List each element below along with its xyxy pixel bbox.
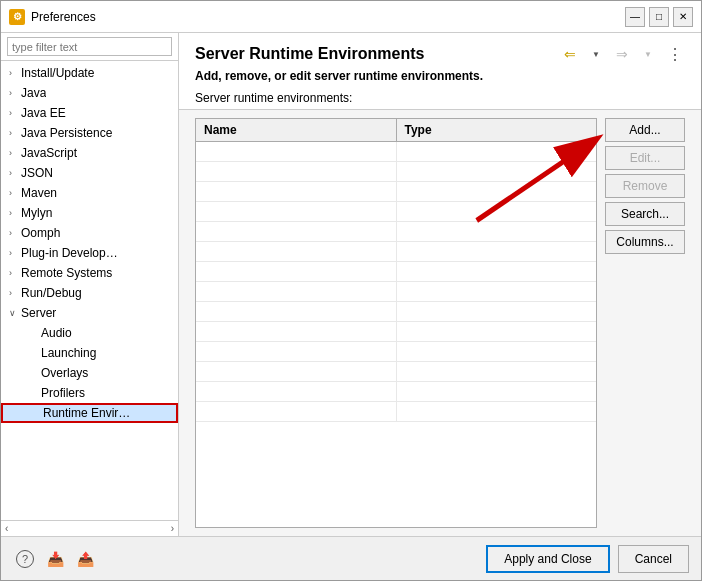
main-header: Server Runtime Environments ⇐ ▼ ⇒ ▼ <box>179 33 701 110</box>
help-icon: ? <box>16 550 34 568</box>
title-bar: ⚙ Preferences — □ ✕ <box>1 1 701 33</box>
tree-label-install-update: Install/Update <box>21 66 94 80</box>
scroll-left-arrow[interactable]: ‹ <box>5 523 8 534</box>
tree-arrow-java-persistence: › <box>9 128 21 138</box>
import-icon: 📥 <box>47 551 64 567</box>
forward-button[interactable]: ⇒ <box>611 43 633 65</box>
tree-label-mylyn: Mylyn <box>21 206 52 220</box>
search-button[interactable]: Search... <box>605 202 685 226</box>
main-title: Server Runtime Environments <box>195 45 424 63</box>
sidebar-item-remote-systems[interactable]: ›Remote Systems <box>1 263 178 283</box>
search-box <box>1 33 178 61</box>
export-icon: 📤 <box>77 551 94 567</box>
sidebar-item-profilers[interactable]: Profilers <box>1 383 178 403</box>
tree-arrow-remote-systems: › <box>9 268 21 278</box>
forward-dropdown-button[interactable]: ▼ <box>637 43 659 65</box>
sidebar-item-overlays[interactable]: Overlays <box>1 363 178 383</box>
preferences-window: ⚙ Preferences — □ ✕ ›Install/Update›Java… <box>0 0 702 581</box>
add-button[interactable]: Add... <box>605 118 685 142</box>
tree-label-run-debug: Run/Debug <box>21 286 82 300</box>
view-menu-icon: ⋮ <box>667 45 682 64</box>
tree-label-server: Server <box>21 306 56 320</box>
back-button[interactable]: ⇐ <box>559 43 581 65</box>
minimize-button[interactable]: — <box>625 7 645 27</box>
edit-button[interactable]: Edit... <box>605 146 685 170</box>
runtime-table: Name Type <box>195 118 597 528</box>
content-area: ›Install/Update›Java›Java EE›Java Persis… <box>1 33 701 536</box>
table-row <box>196 222 596 242</box>
view-menu-button[interactable]: ⋮ <box>663 43 685 65</box>
table-row <box>196 242 596 262</box>
main-header-row: Server Runtime Environments ⇐ ▼ ⇒ ▼ <box>195 43 685 65</box>
footer-icons: ? 📥 📤 <box>13 547 486 571</box>
back-dropdown-button[interactable]: ▼ <box>585 43 607 65</box>
tree-arrow-java: › <box>9 88 21 98</box>
main-subtitle: Add, remove, or edit server runtime envi… <box>195 69 685 83</box>
sidebar-item-plugin-develop[interactable]: ›Plug-in Develop… <box>1 243 178 263</box>
help-button[interactable]: ? <box>13 547 37 571</box>
tree-label-plugin-develop: Plug-in Develop… <box>21 246 118 260</box>
tree-arrow-plugin-develop: › <box>9 248 21 258</box>
back-dropdown-icon: ▼ <box>592 50 600 59</box>
tree-arrow-maven: › <box>9 188 21 198</box>
export-button[interactable]: 📤 <box>73 547 97 571</box>
table-row <box>196 302 596 322</box>
table-row <box>196 362 596 382</box>
sidebar: ›Install/Update›Java›Java EE›Java Persis… <box>1 33 179 536</box>
close-button[interactable]: ✕ <box>673 7 693 27</box>
scroll-right-arrow[interactable]: › <box>171 523 174 534</box>
tree-arrow-json: › <box>9 168 21 178</box>
sidebar-item-java[interactable]: ›Java <box>1 83 178 103</box>
forward-icon: ⇒ <box>616 46 628 62</box>
tree-label-runtime-envir: Runtime Envir… <box>43 406 130 420</box>
apply-close-button[interactable]: Apply and Close <box>486 545 609 573</box>
tree-label-java-persistence: Java Persistence <box>21 126 112 140</box>
header-toolbar: ⇐ ▼ ⇒ ▼ ⋮ <box>559 43 685 65</box>
import-button[interactable]: 📥 <box>43 547 67 571</box>
sidebar-item-server[interactable]: ∨Server <box>1 303 178 323</box>
tree-arrow-mylyn: › <box>9 208 21 218</box>
sidebar-item-javascript[interactable]: ›JavaScript <box>1 143 178 163</box>
sidebar-item-audio[interactable]: Audio <box>1 323 178 343</box>
remove-button[interactable]: Remove <box>605 174 685 198</box>
sidebar-item-json[interactable]: ›JSON <box>1 163 178 183</box>
table-row <box>196 402 596 422</box>
table-row <box>196 382 596 402</box>
table-row <box>196 262 596 282</box>
app-icon: ⚙ <box>9 9 25 25</box>
sidebar-item-mylyn[interactable]: ›Mylyn <box>1 203 178 223</box>
columns-button[interactable]: Columns... <box>605 230 685 254</box>
tree-label-profilers: Profilers <box>41 386 85 400</box>
table-row <box>196 162 596 182</box>
table-body <box>196 142 596 527</box>
sidebar-item-install-update[interactable]: ›Install/Update <box>1 63 178 83</box>
main-panel: Server Runtime Environments ⇐ ▼ ⇒ ▼ <box>179 33 701 536</box>
table-row <box>196 342 596 362</box>
tree-label-launching: Launching <box>41 346 96 360</box>
main-content: Name Type Add...Edit...RemoveSearch...Co… <box>179 110 701 536</box>
table-row <box>196 202 596 222</box>
tree-label-audio: Audio <box>41 326 72 340</box>
table-row <box>196 322 596 342</box>
action-buttons: Add...Edit...RemoveSearch...Columns... <box>605 118 685 528</box>
sidebar-item-run-debug[interactable]: ›Run/Debug <box>1 283 178 303</box>
sidebar-item-runtime-envir[interactable]: Runtime Envir… <box>1 403 178 423</box>
tree-label-overlays: Overlays <box>41 366 88 380</box>
sidebar-item-maven[interactable]: ›Maven <box>1 183 178 203</box>
sidebar-item-oomph[interactable]: ›Oomph <box>1 223 178 243</box>
sidebar-item-java-persistence[interactable]: ›Java Persistence <box>1 123 178 143</box>
table-header: Name Type <box>196 119 596 142</box>
table-row <box>196 142 596 162</box>
sidebar-item-launching[interactable]: Launching <box>1 343 178 363</box>
col-name: Name <box>196 119 397 141</box>
sidebar-tree: ›Install/Update›Java›Java EE›Java Persis… <box>1 61 178 520</box>
col-type: Type <box>397 119 597 141</box>
cancel-button[interactable]: Cancel <box>618 545 689 573</box>
tree-arrow-oomph: › <box>9 228 21 238</box>
maximize-button[interactable]: □ <box>649 7 669 27</box>
table-row <box>196 182 596 202</box>
table-row <box>196 282 596 302</box>
sidebar-item-java-ee[interactable]: ›Java EE <box>1 103 178 123</box>
search-input[interactable] <box>7 37 172 56</box>
sidebar-scroll-controls: ‹ › <box>1 520 178 536</box>
